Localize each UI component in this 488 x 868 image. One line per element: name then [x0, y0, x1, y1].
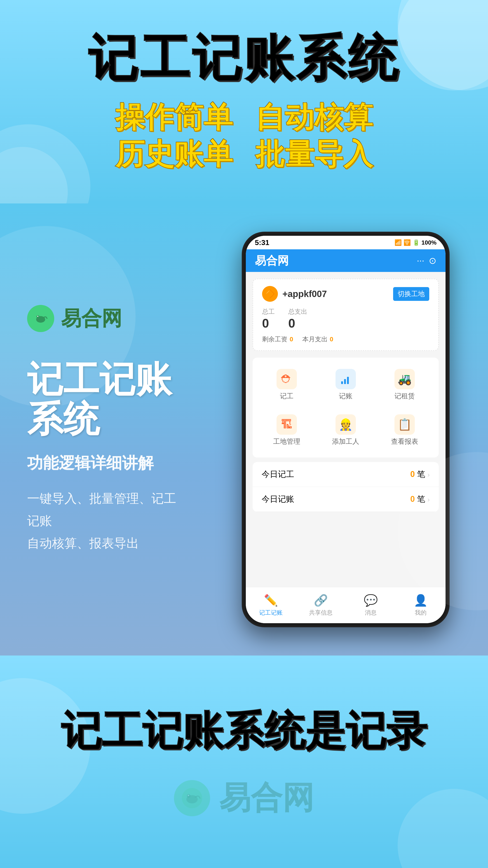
jizhang-icon: [335, 369, 356, 389]
wifi-icon: 🛜: [403, 239, 411, 246]
today-work-label: 今日记工: [262, 469, 294, 480]
svg-point-0: [33, 310, 49, 327]
monthly-value: 0: [330, 336, 333, 343]
user-row: 🔶 +appkf007 切换工地: [262, 286, 429, 302]
nav-jigong-label: 记工记账: [259, 609, 283, 617]
app-header: 易合网 ··· ⊙: [246, 249, 446, 272]
total-work-stat: 总工 0: [262, 307, 275, 331]
nav-message-icon: 💬: [364, 594, 378, 607]
nav-mine-icon: 👤: [414, 594, 428, 607]
bottom-section: 记工记账系统是记录 易合网: [0, 655, 488, 868]
phone-container: 5:31 📶 🛜 🔋 100% 易合网 ··· ⊙: [221, 232, 470, 627]
phone-screen: 5:31 📶 🛜 🔋 100% 易合网 ··· ⊙: [246, 236, 446, 623]
user-info: 🔶 +appkf007: [262, 286, 327, 302]
more-icon[interactable]: ···: [417, 255, 424, 266]
nav-mine-label: 我的: [415, 609, 427, 617]
menu-item-jizhang[interactable]: 记账: [318, 364, 373, 405]
nav-item-mine[interactable]: 👤 我的: [396, 594, 446, 617]
jigong-label: 记工: [280, 392, 293, 401]
jizhang-label: 记账: [339, 392, 352, 401]
report-label: 查看报表: [391, 437, 418, 446]
total-work-label: 总工: [262, 307, 275, 316]
gongdi-label: 工地管理: [273, 437, 300, 446]
sub-stats: 剩余工资 0 本月支出 0: [262, 335, 429, 344]
nav-message-label: 消息: [365, 609, 377, 617]
menu-item-report[interactable]: 📋 查看报表: [378, 410, 432, 451]
switch-site-button[interactable]: 切换工地: [393, 287, 429, 301]
total-expense-stat: 总支出 0: [288, 307, 307, 331]
app-title-large: 记工记账系统: [27, 360, 185, 439]
status-bar: 5:31 📶 🛜 🔋 100%: [246, 236, 446, 249]
svg-point-2: [37, 315, 39, 318]
signal-icon: 📶: [394, 239, 402, 246]
battery-percent: 100%: [422, 239, 437, 246]
today-account-row[interactable]: 今日记账 0 笔 ›: [253, 487, 439, 512]
nav-item-jigongjizhang[interactable]: ✏️ 记工记账: [246, 594, 296, 617]
bottom-nav: ✏️ 记工记账 🔗 共享信息 💬 消息 👤 我的: [246, 587, 446, 623]
today-work-count-unit: 0 笔 ›: [410, 469, 430, 480]
menu-item-addworker[interactable]: 👷 添加工人: [318, 410, 373, 451]
jizulei-label: 记租赁: [394, 392, 415, 401]
nav-item-share[interactable]: 🔗 共享信息: [296, 594, 346, 617]
deco-circle-bottom-left: [0, 124, 90, 204]
menu-grid: ⛑ 记工 记账: [259, 364, 432, 451]
bottom-brand-watermark: 易合网: [174, 777, 314, 819]
bottom-main-text: 记工记账系统是记录: [61, 704, 427, 758]
middle-subtitle: 功能逻辑详细讲解: [27, 453, 185, 474]
left-content: 易合网 记工记账系统 功能逻辑详细讲解 一键导入、批量管理、记工记账 自动核算、…: [0, 282, 203, 577]
nav-share-icon: 🔗: [314, 594, 328, 607]
monthly-label: 本月支出: [302, 335, 328, 344]
remaining-label: 剩余工资: [262, 335, 287, 344]
menu-item-jigong[interactable]: ⛑ 记工: [259, 364, 314, 405]
addworker-label: 添加工人: [332, 437, 359, 446]
main-title: 记工记账系统: [88, 33, 400, 83]
bottom-brand-name: 易合网: [219, 777, 314, 819]
desc-line1: 一键导入、批量管理、记工记账: [27, 491, 176, 528]
app-header-title: 易合网: [255, 253, 289, 268]
today-account-count: 0: [410, 494, 415, 504]
brand-logo: 易合网: [27, 305, 185, 332]
nav-jigong-icon: ✏️: [264, 594, 278, 607]
today-work-row[interactable]: 今日记工 0 笔 ›: [253, 462, 439, 487]
today-account-unit: 笔: [417, 494, 425, 504]
desc-line2: 自动核算、报表导出: [27, 536, 139, 550]
features-grid: 操作简单 自动核算 历史账单 批量导入: [115, 101, 373, 170]
feature-item-4: 批量导入: [255, 138, 373, 170]
menu-item-gongdi[interactable]: 🏗 工地管理: [259, 410, 314, 451]
username: +appkf007: [283, 289, 327, 299]
total-expense-value: 0: [288, 316, 307, 331]
remaining-value: 0: [290, 336, 293, 343]
target-icon[interactable]: ⊙: [429, 255, 436, 266]
menu-section: ⛑ 记工 记账: [253, 358, 439, 458]
total-work-value: 0: [262, 316, 275, 331]
svg-rect-6: [347, 377, 349, 384]
gongdi-icon: 🏗: [276, 414, 297, 435]
today-work-arrow: ›: [427, 471, 430, 478]
jizulei-icon: 🚜: [394, 369, 415, 389]
svg-rect-5: [344, 379, 346, 384]
menu-item-jizulei[interactable]: 🚜 记租赁: [378, 364, 432, 405]
today-work-count: 0: [410, 469, 415, 479]
status-time: 5:31: [255, 239, 269, 247]
app-header-icons: ··· ⊙: [417, 255, 436, 266]
nav-item-message[interactable]: 💬 消息: [346, 594, 396, 617]
today-section: 今日记工 0 笔 › 今日记账 0 笔 ›: [253, 462, 439, 512]
dashboard-card: 🔶 +appkf007 切换工地 总工 0 总支出 0: [253, 279, 439, 351]
today-account-arrow: ›: [427, 496, 430, 503]
monthly-expense-stat: 本月支出 0: [302, 335, 333, 344]
svg-point-1: [36, 316, 45, 322]
brand-name: 易合网: [61, 305, 122, 332]
middle-section: 易合网 记工记账系统 功能逻辑详细讲解 一键导入、批量管理、记工记账 自动核算、…: [0, 204, 488, 655]
addworker-icon: 👷: [335, 414, 356, 435]
battery-icon: 🔋: [413, 239, 420, 246]
feature-item-3: 历史账单: [115, 138, 233, 170]
svg-point-3: [37, 316, 38, 317]
feature-item-2: 自动核算: [255, 101, 373, 133]
status-icons: 📶 🛜 🔋 100%: [394, 239, 437, 246]
top-section: 记工记账系统 操作简单 自动核算 历史账单 批量导入: [0, 0, 488, 204]
remaining-wage-stat: 剩余工资 0: [262, 335, 293, 344]
today-account-count-unit: 0 笔 ›: [410, 494, 430, 505]
user-avatar: 🔶: [262, 286, 278, 302]
feature-item-1: 操作简单: [115, 101, 233, 133]
today-account-label: 今日记账: [262, 494, 294, 505]
